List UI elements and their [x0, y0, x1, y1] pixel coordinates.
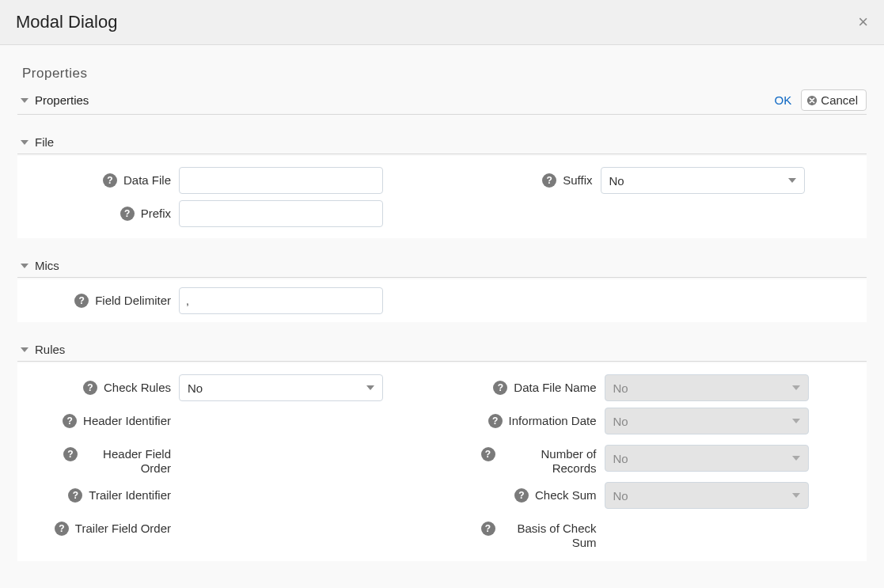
suffix-select[interactable]: No	[601, 167, 805, 194]
chevron-down-icon	[21, 347, 28, 352]
section-header-rules[interactable]: Rules	[17, 336, 867, 362]
section-body-file: ? Data File ? Prefix	[17, 156, 867, 238]
information-date-value: No	[613, 415, 628, 428]
caret-down-icon	[366, 385, 374, 390]
help-icon[interactable]: ?	[55, 522, 69, 536]
close-icon[interactable]: ×	[858, 0, 868, 44]
check-rules-value: No	[188, 381, 203, 395]
number-of-records-select: No	[605, 445, 809, 472]
caret-down-icon	[792, 493, 800, 498]
help-icon[interactable]: ?	[481, 522, 495, 536]
label-number-of-records: Number of Records	[502, 447, 597, 476]
help-icon[interactable]: ?	[488, 414, 503, 428]
row-number-of-records: ? Number of Records No	[442, 438, 864, 479]
row-trailer-identifier: ? Trailer Identifier	[21, 479, 442, 512]
label-data-file-name: Data File Name	[514, 381, 596, 395]
ok-button[interactable]: OK	[775, 93, 792, 107]
caret-down-icon	[792, 419, 800, 423]
section-body-mics: ? Field Delimiter	[17, 279, 867, 322]
label-field-delimiter: Field Delimiter	[95, 294, 171, 308]
data-file-name-select: No	[605, 374, 809, 401]
label-prefix: Prefix	[141, 207, 171, 221]
close-circle-icon	[806, 95, 818, 106]
content: Properties Properties OK Cancel File	[0, 45, 884, 561]
check-sum-select: No	[605, 482, 809, 509]
section-header-file[interactable]: File	[17, 129, 867, 154]
help-icon[interactable]: ?	[120, 207, 135, 221]
help-icon[interactable]: ?	[68, 488, 82, 503]
cancel-label: Cancel	[821, 93, 858, 107]
help-icon[interactable]: ?	[481, 447, 495, 461]
label-trailer-field-order: Trailer Field Order	[75, 522, 171, 536]
row-trailer-field-order: ? Trailer Field Order	[21, 512, 442, 545]
section-title-file: File	[35, 135, 54, 149]
row-check-rules: ? Check Rules No	[21, 371, 442, 404]
row-header-field-order: ? Header Field Order	[21, 438, 442, 479]
label-check-rules: Check Rules	[104, 381, 171, 395]
label-suffix: Suffix	[563, 173, 592, 188]
prefix-input[interactable]	[179, 200, 383, 227]
row-header-identifier: ? Header Identifier	[21, 404, 442, 438]
chevron-down-icon	[21, 264, 28, 268]
top-actions: OK Cancel	[775, 89, 867, 111]
section-title-rules: Rules	[35, 343, 65, 356]
help-icon[interactable]: ?	[63, 414, 77, 428]
check-rules-select[interactable]: No	[179, 374, 383, 401]
caret-down-icon	[788, 178, 796, 183]
label-basis-of-check-sum: Basis of Check Sum	[502, 522, 597, 550]
check-sum-value: No	[613, 489, 628, 503]
chevron-down-icon	[21, 98, 28, 103]
label-check-sum: Check Sum	[535, 488, 597, 503]
data-file-input[interactable]	[179, 167, 383, 194]
caret-down-icon	[792, 385, 800, 390]
help-icon[interactable]: ?	[74, 294, 89, 308]
section-title-mics: Mics	[35, 259, 59, 272]
help-icon[interactable]: ?	[103, 173, 117, 188]
row-data-file-name: ? Data File Name No	[442, 371, 864, 404]
chevron-down-icon	[21, 140, 28, 145]
modal-title: Modal Dialog	[16, 0, 117, 44]
row-information-date: ? Information Date No	[442, 404, 864, 438]
section-title-properties: Properties	[35, 93, 89, 107]
label-header-identifier: Header Identifier	[83, 414, 171, 428]
help-icon[interactable]: ?	[63, 447, 78, 461]
help-icon[interactable]: ?	[83, 381, 97, 395]
label-information-date: Information Date	[509, 414, 597, 428]
row-prefix: ? Prefix	[21, 197, 442, 230]
section-body-rules: ? Check Rules No ? Header Identifier	[17, 363, 867, 561]
field-delimiter-input[interactable]	[179, 287, 383, 314]
information-date-select: No	[605, 408, 809, 434]
properties-header-row: Properties OK Cancel	[17, 89, 867, 115]
number-of-records-value: No	[613, 452, 628, 465]
suffix-value: No	[609, 174, 624, 188]
section-header-properties[interactable]: Properties	[17, 93, 89, 107]
caret-down-icon	[792, 456, 800, 461]
modal-header: Modal Dialog ×	[0, 0, 884, 45]
section-header-mics[interactable]: Mics	[17, 252, 867, 278]
row-check-sum: ? Check Sum No	[442, 479, 864, 512]
label-data-file: Data File	[123, 173, 171, 188]
help-icon[interactable]: ?	[542, 173, 556, 188]
label-trailer-identifier: Trailer Identifier	[89, 488, 171, 503]
cancel-button[interactable]: Cancel	[801, 89, 867, 111]
data-file-name-value: No	[613, 381, 628, 395]
label-header-field-order: Header Field Order	[84, 447, 171, 476]
help-icon[interactable]: ?	[493, 381, 507, 395]
page-title: Properties	[22, 66, 867, 82]
row-basis-of-check-sum: ? Basis of Check Sum	[442, 512, 864, 553]
row-suffix: ? Suffix No	[442, 164, 864, 197]
help-icon[interactable]: ?	[514, 488, 529, 503]
row-field-delimiter: ? Field Delimiter	[21, 284, 863, 317]
row-data-file: ? Data File	[21, 164, 442, 197]
